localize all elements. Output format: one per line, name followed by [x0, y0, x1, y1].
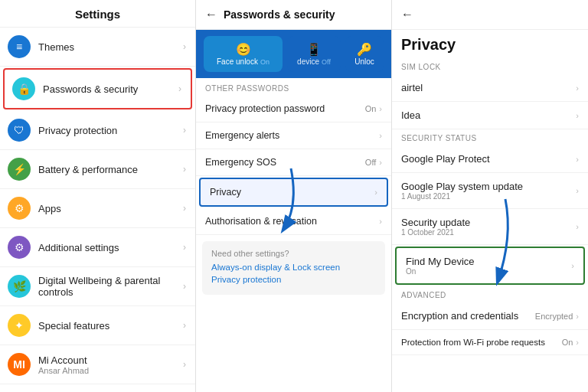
privacy-protection-label: Privacy protection: [38, 125, 183, 136]
enc-label: Encryption and credentials: [401, 310, 535, 322]
chevron-icon: ›: [576, 155, 579, 164]
chevron-icon: ›: [576, 222, 579, 231]
unlock-methods-row: 😊 Face unlock On 📱 device Off 🔑 Unloc: [196, 30, 391, 78]
chevron-icon: ›: [576, 338, 579, 347]
privacy-protection-link[interactable]: Privacy protection: [211, 275, 376, 284]
additional-label: Additional settings: [38, 242, 183, 253]
sidebar-item-themes[interactable]: ≡ Themes ›: [0, 28, 195, 67]
device-status: Off: [322, 58, 331, 66]
additional-icon: ⚙: [8, 236, 31, 259]
unlock-button[interactable]: 🔑 Unloc: [345, 36, 384, 72]
back-button[interactable]: ←: [205, 8, 217, 21]
sidebar-item-battery[interactable]: ⚡ Battery & performance ›: [0, 150, 195, 189]
chevron-icon: ›: [576, 83, 579, 93]
google-play-protect-item[interactable]: Google Play Protect ›: [392, 145, 588, 173]
mi-label: Mi Account: [38, 354, 183, 366]
chevron-icon: ›: [183, 281, 186, 292]
sidebar-item-special[interactable]: ✦ Special features ›: [0, 306, 195, 345]
chevron-icon: ›: [183, 164, 186, 175]
wifi-label: Protection from Wi-Fi probe requests: [401, 338, 562, 347]
unlock-label: Unloc: [354, 57, 374, 66]
esos-label: Emergency SOS: [205, 157, 365, 168]
security-update-item[interactable]: Security update 1 October 2021 ›: [392, 209, 588, 245]
idea-item[interactable]: Idea ›: [392, 102, 588, 129]
ea-label: Emergency alerts: [205, 130, 379, 141]
need-settings-section: Need other settings? Always-on display &…: [202, 241, 385, 295]
chevron-icon: ›: [183, 125, 186, 136]
face-unlock-status: On: [260, 58, 270, 66]
mi-icon: MI: [8, 353, 31, 376]
emergency-alerts-item[interactable]: Emergency alerts ›: [196, 122, 391, 149]
sim-lock-label: SIM LOCK: [392, 58, 588, 74]
sidebar-item-wellbeing[interactable]: 🌿 Digital Wellbeing & parental controls …: [0, 267, 195, 306]
device-label: device: [297, 57, 319, 66]
authorisation-revocation-item[interactable]: Authorisation & revocation ›: [196, 208, 391, 235]
chevron-icon: ›: [183, 359, 186, 370]
security-status-label: SECURITY STATUS: [392, 129, 588, 145]
idea-label: Idea: [401, 109, 576, 121]
chevron-icon: ›: [178, 83, 181, 94]
chevron-icon: ›: [576, 111, 579, 120]
encryption-credentials-item[interactable]: Encryption and credentials Encrypted ›: [392, 302, 588, 330]
battery-icon: ⚡: [8, 158, 31, 181]
passwords-security-panel: ← Passwords & security 😊 Face unlock On …: [196, 0, 392, 392]
privacy-protection-password-item[interactable]: Privacy protection password On ›: [196, 96, 391, 122]
chevron-icon: ›: [379, 158, 382, 167]
device-icon: 📱: [292, 42, 336, 57]
battery-label: Battery & performance: [38, 164, 183, 175]
sidebar-item-additional[interactable]: ⚙ Additional settings ›: [0, 228, 195, 267]
privacy-panel: ← Privacy SIM LOCK airtel › Idea › SECUR…: [392, 0, 588, 392]
privacy-item[interactable]: Privacy ›: [201, 179, 387, 205]
themes-label: Themes: [38, 41, 183, 53]
airtel-label: airtel: [401, 82, 576, 93]
wellbeing-icon: 🌿: [8, 275, 31, 298]
chevron-icon: ›: [576, 186, 579, 195]
sidebar-item-passwords-security[interactable]: 🔒 Passwords & security ›: [5, 70, 191, 108]
google-play-system-item[interactable]: Google Play system update 1 August 2021 …: [392, 173, 588, 209]
wifi-probe-item[interactable]: Protection from Wi-Fi probe requests On …: [392, 330, 588, 355]
advanced-label: ADVANCED: [392, 286, 588, 302]
always-on-link[interactable]: Always-on display & Lock screen: [211, 263, 376, 272]
privacy-label: Privacy: [210, 187, 374, 198]
chevron-icon: ›: [183, 242, 186, 253]
fmd-label: Find My Device: [406, 256, 571, 267]
gps-label: Google Play system update: [401, 181, 576, 192]
esos-val: Off: [365, 158, 376, 167]
chevron-icon: ›: [576, 312, 579, 321]
face-unlock-button[interactable]: 😊 Face unlock On: [204, 36, 283, 72]
wifi-val: On: [562, 338, 573, 347]
apps-label: Apps: [38, 203, 183, 214]
special-icon: ✦: [8, 314, 31, 337]
panel2-header: ← Passwords & security: [196, 0, 391, 30]
ppp-label: Privacy protection password: [205, 103, 365, 114]
privacy-protection-icon: 🛡: [8, 119, 31, 142]
gps-sub: 1 August 2021: [401, 192, 576, 201]
face-icon: 😊: [208, 42, 278, 57]
chevron-icon: ›: [374, 188, 377, 197]
ppp-val: On: [365, 104, 377, 113]
passwords-label: Passwords & security: [43, 83, 178, 95]
chevron-icon: ›: [183, 203, 186, 214]
settings-panel: Settings ≡ Themes › 🔒 Passwords & securi…: [0, 0, 196, 392]
device-unlock-button[interactable]: 📱 device Off: [287, 36, 341, 72]
fmd-sub: On: [406, 267, 571, 276]
mi-user: Ansar Ahmad: [38, 366, 183, 375]
sidebar-item-mi-account[interactable]: MI Mi Account Ansar Ahmad ›: [0, 345, 195, 384]
chevron-icon: ›: [379, 131, 382, 140]
sidebar-item-google[interactable]: G Google ›: [0, 384, 195, 392]
sidebar-item-apps[interactable]: ⚙ Apps ›: [0, 189, 195, 228]
chevron-icon: ›: [183, 320, 186, 331]
panel3-back-button[interactable]: ←: [401, 8, 413, 21]
airtel-item[interactable]: airtel ›: [392, 74, 588, 102]
special-label: Special features: [38, 320, 183, 332]
sidebar-item-privacy-protection[interactable]: 🛡 Privacy protection ›: [0, 111, 195, 150]
settings-title: Settings: [0, 0, 195, 28]
other-passwords-label: OTHER PASSWORDS: [196, 78, 391, 96]
privacy-title: Privacy: [392, 30, 588, 58]
su-sub: 1 October 2021: [401, 228, 576, 237]
find-my-device-item[interactable]: Find My Device On ›: [397, 248, 583, 283]
emergency-sos-item[interactable]: Emergency SOS Off ›: [196, 149, 391, 176]
chevron-icon: ›: [379, 217, 382, 226]
panel2-title: Passwords & security: [224, 8, 335, 21]
passwords-icon: 🔒: [12, 77, 35, 100]
